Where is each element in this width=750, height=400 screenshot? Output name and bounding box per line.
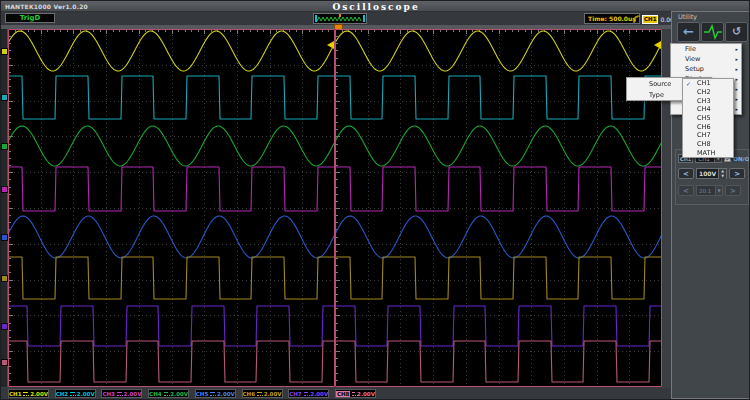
volts-per-div: 2.00V: [170, 391, 188, 397]
menu-item-label: CH4: [683, 105, 711, 113]
menu-item-label: CH6: [683, 123, 711, 131]
trigger-edge-icon: [633, 15, 640, 24]
menu-item-label: CH5: [683, 114, 711, 122]
channel-name: CH4: [149, 391, 161, 397]
channel-position-marker-ch2[interactable]: [1, 94, 8, 101]
volts-per-div: 2.00V: [217, 391, 235, 397]
menu-item-label: CH8: [683, 140, 711, 148]
dc-coupling-icon: [352, 392, 355, 396]
channel-label-ch5[interactable]: CH52.00V: [195, 389, 236, 398]
channel-label-ch7[interactable]: CH72.00V: [288, 389, 329, 398]
oscilloscope-window: HANTEK1000 Ver1.0.20 Oscilloscope TrigD …: [0, 0, 750, 400]
channel-name: CH7: [289, 391, 301, 397]
submenu-arrow-icon: ▸: [735, 66, 738, 72]
channel-position-marker-ch6[interactable]: [1, 275, 8, 282]
menu-item-ch3[interactable]: CH3: [683, 96, 733, 105]
probe-prev-button: <: [678, 185, 694, 196]
title-bar: HANTEK1000 Ver1.0.20 Oscilloscope: [1, 1, 750, 12]
channel-status-bar: CH12.00VCH22.00VCH32.00VCH42.00VCH52.00V…: [1, 388, 671, 399]
submenu-arrow-icon: ▸: [735, 86, 738, 92]
menu-item-ch8[interactable]: CH8: [683, 140, 733, 149]
menu-item-ch5[interactable]: CH5: [683, 114, 733, 123]
onoff-label: ON/OFF: [733, 156, 750, 162]
timebase-readout: Time: 500.0us: [584, 13, 640, 24]
top-toolbar: TrigD Time: 500.0us CH1 0.00uV: [1, 12, 671, 25]
scale-prev-button[interactable]: <: [678, 168, 694, 179]
menu-item-label: Type: [627, 91, 664, 99]
utility-panel-title: Utility: [678, 13, 697, 21]
dc-coupling-icon: [210, 392, 215, 396]
pulse-waveform-icon: [703, 24, 723, 40]
channel-position-marker-ch3[interactable]: [1, 186, 8, 193]
menu-item-label: MATH: [683, 149, 715, 157]
menu-item-label: File: [671, 45, 696, 53]
volts-per-div: 2.00V: [310, 391, 328, 397]
channel-position-marker-ch1[interactable]: [1, 48, 8, 55]
submenu-arrow-icon: ▸: [735, 96, 738, 102]
back-button[interactable]: ←: [677, 22, 700, 42]
source-submenu: ✓CH1CH2CH3CH4CH5CH6CH7CH8MATH: [682, 78, 734, 158]
channel-label-ch3[interactable]: CH32.00V: [101, 389, 142, 398]
channel-position-marker-ch4[interactable]: [1, 143, 8, 150]
channel-name: CH2: [56, 391, 68, 397]
app-title: Oscilloscope: [1, 2, 750, 12]
channel-name: CH8: [336, 391, 350, 397]
volts-per-div: 2.00V: [264, 391, 282, 397]
menu-item-label: CH2: [683, 88, 711, 96]
channel-label-ch2[interactable]: CH22.00V: [55, 389, 96, 398]
dc-coupling-icon: [257, 392, 262, 396]
volts-per-div: 2.00V: [124, 391, 142, 397]
menu-item-math[interactable]: MATH: [683, 149, 733, 158]
volts-per-div: 2.00V: [77, 391, 95, 397]
waveform-preview-icon: [314, 14, 366, 23]
channel-label-ch4[interactable]: CH42.00V: [148, 389, 189, 398]
dc-coupling-icon: [304, 392, 309, 396]
channel-position-marker-ch5[interactable]: [1, 234, 8, 241]
menu-item-label: Source: [627, 80, 671, 88]
menu-item-ch7[interactable]: CH7: [683, 131, 733, 140]
menu-item-label: CH7: [683, 131, 711, 139]
waveform-display[interactable]: [8, 29, 662, 387]
channel-position-marker-ch8[interactable]: [1, 359, 8, 366]
refresh-button[interactable]: ↺: [725, 22, 748, 42]
refresh-icon: ↺: [732, 27, 741, 37]
submenu-arrow-icon: ▸: [735, 106, 738, 112]
dc-coupling-icon: [23, 392, 28, 396]
menu-item-setup[interactable]: Setup▸: [671, 64, 741, 74]
spinner-arrows[interactable]: ▲▼: [718, 169, 726, 179]
menu-item-view[interactable]: View▸: [671, 54, 741, 64]
channel-name: CH6: [243, 391, 255, 397]
channel-label-ch6[interactable]: CH62.00V: [242, 389, 283, 398]
submenu-arrow-icon: ▸: [735, 56, 738, 62]
probe-next-button: >: [725, 185, 741, 196]
dc-coupling-icon: [117, 392, 122, 396]
trigger-status-label: TrigD: [20, 14, 41, 22]
menu-item-label: CH3: [683, 97, 711, 105]
dc-coupling-icon: [70, 392, 75, 396]
autoset-button[interactable]: [701, 22, 724, 42]
volts-per-div: 2.00V: [357, 391, 375, 397]
back-arrow-icon: ←: [683, 27, 694, 37]
menu-item-file[interactable]: File▸: [671, 44, 741, 54]
trigger-status-box: TrigD: [5, 13, 55, 23]
menu-item-label: Setup: [671, 65, 704, 73]
channel-position-marker-ch7[interactable]: [1, 323, 8, 330]
spinner-down-icon[interactable]: ▼: [719, 174, 726, 179]
channel-label-ch1[interactable]: CH12.00V: [8, 389, 49, 398]
menu-item-ch4[interactable]: CH4: [683, 105, 733, 114]
menu-item-ch6[interactable]: CH6: [683, 122, 733, 131]
trigger-source-badge: CH1: [642, 15, 658, 24]
scale-next-button[interactable]: >: [729, 168, 745, 179]
channel-name: CH3: [102, 391, 114, 397]
channel-name: CH5: [196, 391, 208, 397]
scale-spinner[interactable]: 100V ▲▼: [696, 168, 727, 179]
horizontal-position-preview[interactable]: [313, 13, 367, 24]
menu-item-ch2[interactable]: CH2: [683, 88, 733, 97]
menu-item-ch1[interactable]: ✓CH1: [683, 79, 733, 88]
channel-label-ch8[interactable]: CH82.00V: [335, 389, 376, 398]
menu-item-label: View: [671, 55, 700, 63]
dc-coupling-icon: [164, 392, 169, 396]
submenu-arrow-icon: ▸: [735, 76, 738, 82]
probe-value: 20:1: [697, 188, 715, 194]
submenu-arrow-icon: ▸: [735, 46, 738, 52]
